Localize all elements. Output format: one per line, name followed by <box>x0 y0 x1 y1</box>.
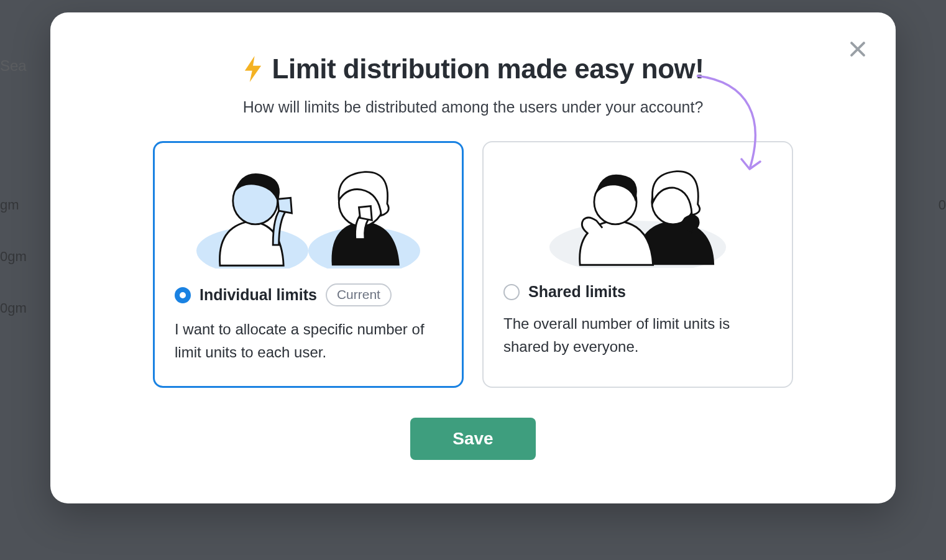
option-individual-description: I want to allocate a specific number of … <box>175 318 442 364</box>
option-individual-label: Individual limits <box>200 286 317 304</box>
option-shared-label: Shared limits <box>528 283 626 301</box>
close-button[interactable] <box>845 36 871 62</box>
modal-overlay: Limit distribution made easy now! How wi… <box>0 0 946 560</box>
close-icon <box>847 39 868 60</box>
individual-illustration <box>175 157 442 269</box>
radio-shared[interactable] <box>503 284 520 300</box>
shared-illustration <box>503 156 772 268</box>
limit-distribution-modal: Limit distribution made easy now! How wi… <box>50 12 896 503</box>
option-shared-limits[interactable]: Shared limits The overall number of limi… <box>482 141 793 388</box>
radio-individual[interactable] <box>175 287 191 303</box>
option-individual-limits[interactable]: Individual limits Current I want to allo… <box>153 141 464 388</box>
modal-title: Limit distribution made easy now! <box>272 53 704 85</box>
option-shared-description: The overall number of limit units is sha… <box>503 312 772 358</box>
lightning-icon <box>242 56 264 82</box>
save-button[interactable]: Save <box>410 418 535 460</box>
modal-subtitle: How will limits be distributed among the… <box>88 98 858 116</box>
current-badge: Current <box>326 283 392 306</box>
